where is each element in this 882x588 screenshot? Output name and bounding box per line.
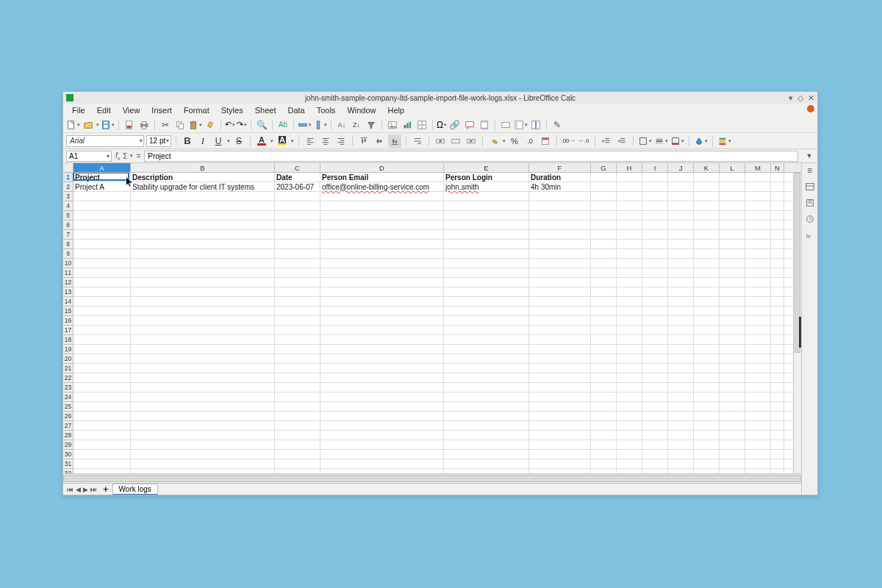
cell[interactable] [131,201,275,210]
cell[interactable] [591,173,617,182]
cell[interactable] [444,297,529,306]
cell[interactable] [668,412,694,420]
menu-window[interactable]: Window [341,105,381,115]
cell[interactable] [275,306,320,315]
cell[interactable] [131,240,275,248]
column-button[interactable]: ▾ [313,118,327,132]
cell[interactable] [642,364,668,373]
cell[interactable] [771,326,784,334]
cell[interactable] [720,268,745,277]
cell[interactable] [642,306,668,315]
cell[interactable] [74,354,131,363]
cell[interactable] [320,259,444,268]
cell[interactable] [529,249,591,258]
cell[interactable] [529,306,591,315]
row-header-12[interactable]: 12 [63,278,73,287]
cell[interactable] [720,259,745,268]
cell[interactable] [529,373,591,382]
cell[interactable] [444,287,529,296]
cell[interactable] [275,326,320,334]
cell[interactable] [771,240,784,248]
cell[interactable] [617,440,642,449]
cell[interactable] [74,440,131,449]
minimize-button[interactable]: ▾ [789,93,793,103]
properties-icon[interactable] [804,181,816,193]
cell[interactable] [275,412,320,420]
cell[interactable] [320,287,444,296]
cell[interactable] [320,201,444,210]
cell[interactable] [591,287,617,296]
cell[interactable] [642,192,668,201]
cut-button[interactable]: ✂ [159,118,172,132]
cell[interactable] [745,297,771,306]
cell[interactable] [131,316,275,325]
cell[interactable] [720,345,745,354]
cell[interactable] [720,335,745,344]
row-header-11[interactable]: 11 [63,268,73,278]
cell[interactable] [617,354,642,363]
row-header-14[interactable]: 14 [63,297,73,306]
cell[interactable] [74,201,131,210]
cell[interactable] [529,220,591,229]
cell[interactable] [131,431,275,440]
menu-insert[interactable]: Insert [146,105,178,115]
cell[interactable] [720,192,745,201]
cell[interactable] [131,326,275,334]
cell[interactable] [444,306,529,315]
cell[interactable] [591,211,617,220]
add-sheet-button[interactable]: + [99,484,112,495]
currency-button[interactable] [487,135,501,148]
cell[interactable] [617,373,642,382]
cell[interactable] [617,383,642,392]
cell[interactable] [668,173,694,182]
cell[interactable] [529,287,591,296]
cell[interactable] [617,431,642,440]
highlight-color-button[interactable]: A [276,136,289,146]
cell[interactable] [720,249,745,258]
cell[interactable] [617,211,642,220]
cell[interactable] [771,392,784,401]
cell[interactable] [320,268,444,277]
expand-formula-icon[interactable]: ▼ [804,151,814,161]
cell[interactable] [131,364,275,373]
cell[interactable] [668,335,694,344]
cell[interactable] [591,364,617,373]
cell[interactable] [771,306,784,315]
cell[interactable] [694,173,720,182]
column-header-H[interactable]: H [617,163,642,172]
cell[interactable] [617,268,642,277]
cell[interactable] [591,373,617,382]
paste-button[interactable]: ▾ [188,118,202,132]
cell[interactable] [642,402,668,411]
row-header-23[interactable]: 23 [63,383,73,392]
date-button[interactable] [539,135,552,148]
cell[interactable] [591,201,617,210]
freeze-button[interactable]: ▾ [514,118,528,132]
cell[interactable] [668,211,694,220]
cell[interactable] [771,316,784,325]
cell[interactable] [617,392,642,401]
hyperlink-button[interactable]: 🔗 [448,118,462,132]
cell[interactable] [275,259,320,268]
align-center-button[interactable] [319,135,332,148]
cell[interactable] [617,402,642,411]
cell[interactable] [642,240,668,248]
cell[interactable] [617,220,642,229]
cell[interactable] [591,450,617,459]
cell[interactable] [642,335,668,344]
cell[interactable] [668,440,694,449]
cell[interactable] [74,459,131,468]
cell[interactable] [529,316,591,325]
cell-color-button[interactable]: ▾ [694,135,708,148]
cell[interactable] [617,297,642,306]
cell[interactable] [668,392,694,401]
styles-icon[interactable] [804,197,816,209]
cell[interactable] [74,230,131,239]
cell[interactable] [320,364,444,373]
maximize-button[interactable]: ◇ [797,93,803,103]
print-button[interactable] [137,118,151,132]
menu-data[interactable]: Data [282,105,310,115]
cell[interactable] [668,249,694,258]
cell[interactable] [668,459,694,468]
cell[interactable] [529,211,591,220]
